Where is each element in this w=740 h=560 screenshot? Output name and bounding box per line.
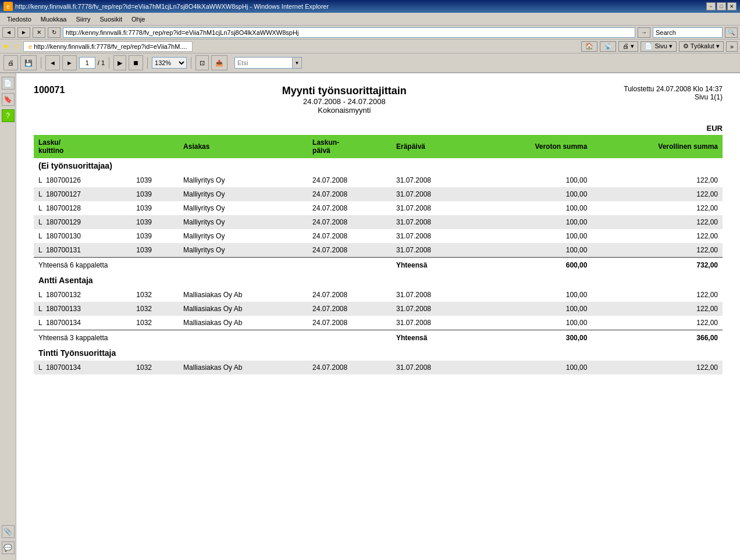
cell-gross: 122,00 [592, 243, 723, 258]
page-input[interactable] [79, 57, 95, 69]
subtotal-label: Yhteensä 3 kappaletta [34, 330, 308, 346]
cell-customer-name: Malliasiakas Oy Ab [179, 302, 308, 316]
print-button[interactable]: 🖨 ▾ [618, 41, 638, 52]
cell-customer-id: 1039 [131, 229, 179, 243]
window-title: http://kenny.finnvalli.fi:7778/fv_rep/re… [15, 3, 329, 10]
cell-gross: 122,00 [592, 187, 723, 201]
col-verollinen: Verollinen summa [592, 135, 723, 158]
stop-report-button[interactable]: ⏹ [129, 55, 143, 70]
cell-type-invoice: L 180700127 [34, 187, 131, 201]
stop-button[interactable]: ✕ [33, 27, 45, 38]
cell-type-invoice: L 180700128 [34, 201, 131, 215]
rss-button[interactable]: 📡 [600, 41, 616, 52]
report-type: Kokonaismyynti [282, 106, 407, 115]
table-row: L 180700127 1039 Malliyritys Oy 24.07.20… [34, 187, 723, 201]
search-area: ▼ [234, 57, 302, 69]
menu-suosikit[interactable]: Suosikit [95, 15, 127, 24]
fav-link-label: http://kenny.finnvalli.fi:7778/fv_rep/re… [34, 43, 187, 50]
cell-customer-id: 1039 [131, 173, 179, 187]
content-area: 100071 Myynti työnsuorittajittain 24.07.… [16, 73, 740, 560]
cell-type-invoice: L 180700134 [34, 316, 131, 330]
subtotal-key: Yhteensä [392, 258, 475, 273]
report-title: Myynti työnsuorittajittain [282, 85, 407, 97]
menubar: Tiedosto Muokkaa Siirry Suosikit Ohje [0, 13, 740, 26]
sidebar-bookmark-button[interactable]: 🔖 [2, 93, 15, 106]
cell-due-date: 31.07.2008 [392, 316, 475, 330]
table-row: L 180700134 1032 Malliasiakas Oy Ab 24.0… [34, 316, 723, 330]
favbar: ★ ☆ e http://kenny.finnvalli.fi:7778/fv_… [0, 40, 740, 53]
cell-gross: 122,00 [592, 173, 723, 187]
cell-due-date: 31.07.2008 [392, 229, 475, 243]
menu-ohje[interactable]: Ohje [127, 15, 150, 24]
back-button[interactable]: ◄ [2, 27, 15, 38]
cell-customer-id: 1039 [131, 187, 179, 201]
prev-page-button[interactable]: ◄ [45, 55, 60, 70]
table-row: L 180700134 1032 Malliasiakas Oy Ab 24.0… [34, 361, 723, 374]
titlebar: e http://kenny.finnvalli.fi:7778/fv_rep/… [0, 0, 740, 13]
sidebar-document-button[interactable]: 📄 [2, 77, 15, 90]
zoom-select[interactable]: 132% 100% 75% 150% [152, 57, 187, 69]
section-header-row: Tintti Työnsuorittaja [34, 345, 723, 361]
sidebar-attach-button[interactable]: 📎 [2, 525, 15, 538]
go-button[interactable]: → [638, 27, 650, 38]
sidebar-comment-button[interactable]: 💬 [2, 541, 15, 554]
report-dates: 24.07.2008 - 24.07.2008 [282, 97, 407, 106]
subtotal-gross: 366,00 [592, 330, 723, 346]
search-dropdown-button[interactable]: ▼ [293, 57, 302, 69]
add-favorite-star[interactable]: ☆ [13, 42, 20, 51]
cell-customer-name: Malliasiakas Oy Ab [179, 361, 308, 374]
maximize-button[interactable]: □ [717, 2, 726, 10]
cell-net: 100,00 [475, 288, 592, 302]
home-button[interactable]: 🏠 [581, 41, 597, 52]
cell-customer-name: Malliyritys Oy [179, 229, 308, 243]
export-button[interactable]: 📤 [211, 55, 227, 70]
section-header-row: Antti Asentaja [34, 273, 723, 288]
tools-button[interactable]: ⚙ Työkalut ▾ [679, 41, 724, 52]
titlebar-left: e http://kenny.finnvalli.fi:7778/fv_rep/… [3, 2, 329, 11]
fit-page-button[interactable]: ⊡ [195, 55, 209, 70]
main-container: 📄 🔖 ? 📎 💬 100071 Myynti työnsuorittajitt… [0, 73, 740, 560]
report-search-input[interactable] [234, 57, 293, 69]
more-button[interactable]: » [726, 41, 738, 52]
ie-favicon: e [29, 43, 32, 50]
forward-button[interactable]: ► [17, 27, 30, 38]
cell-type-invoice: L 180700130 [34, 229, 131, 243]
address-input[interactable] [63, 27, 635, 38]
print-report-button[interactable]: 🖨 [3, 55, 18, 70]
close-button[interactable]: ✕ [727, 2, 737, 10]
titlebar-buttons: − □ ✕ [706, 2, 737, 10]
cell-gross: 122,00 [592, 201, 723, 215]
save-report-button[interactable]: 💾 [20, 55, 37, 70]
cell-type-invoice: L 180700126 [34, 173, 131, 187]
favorites-link[interactable]: e http://kenny.finnvalli.fi:7778/fv_rep/… [23, 41, 193, 52]
next-page-button[interactable]: ► [62, 55, 77, 70]
page-button[interactable]: 📄 Sivu ▾ [641, 41, 677, 52]
cell-net: 100,00 [475, 243, 592, 258]
cell-net: 100,00 [475, 302, 592, 316]
refresh-button[interactable]: ↻ [48, 27, 61, 38]
cell-due-date: 31.07.2008 [392, 288, 475, 302]
menu-tiedosto[interactable]: Tiedosto [2, 15, 36, 24]
subtotal-gross: 732,00 [592, 258, 723, 273]
cell-type-invoice: L 180700129 [34, 215, 131, 229]
live-search-input[interactable] [653, 27, 723, 38]
search-button[interactable]: 🔍 [725, 27, 738, 38]
play-button[interactable]: ▶ [113, 55, 126, 70]
table-row: L 180700132 1032 Malliasiakas Oy Ab 24.0… [34, 288, 723, 302]
sidebar-help-button[interactable]: ? [2, 109, 15, 122]
separator-3 [147, 57, 148, 69]
minimize-button[interactable]: − [706, 2, 716, 10]
subtotal-net: 300,00 [475, 330, 592, 346]
cell-customer-id: 1039 [131, 243, 179, 258]
report-meta: Tulostettu 24.07.2008 Klo 14:37 Sivu 1(1… [624, 85, 723, 101]
report-table: Lasku/kuittino Asiakas Laskun-päivä Eräp… [34, 135, 723, 374]
cell-customer-name: Malliasiakas Oy Ab [179, 288, 308, 302]
report-title-block: Myynti työnsuorittajittain 24.07.2008 - … [282, 85, 407, 115]
subtotal-row: Yhteensä 3 kappaletta Yhteensä 300,00 36… [34, 330, 723, 346]
report-header: 100071 Myynti työnsuorittajittain 24.07.… [34, 85, 723, 115]
menu-muokkaa[interactable]: Muokkaa [36, 15, 72, 24]
menu-siirry[interactable]: Siirry [71, 15, 95, 24]
report-toolbar: 🖨 💾 ◄ ► / 1 ▶ ⏹ 132% 100% 75% 150% ⊡ 📤 ▼ [0, 53, 740, 73]
cell-due-date: 31.07.2008 [392, 302, 475, 316]
cell-customer-id: 1039 [131, 201, 179, 215]
